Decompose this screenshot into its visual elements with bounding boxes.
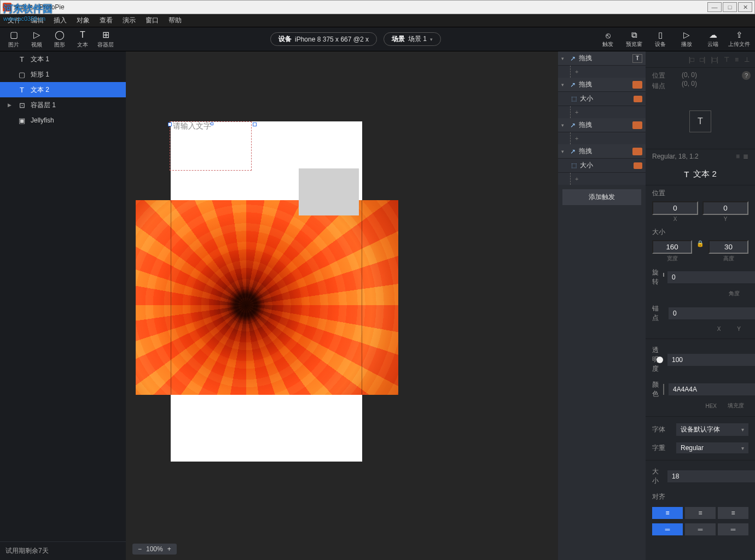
menu-insert[interactable]: 插入 xyxy=(50,15,70,26)
triggers-panel: ▾↗拖拽T + ▾↗拖拽 ⬚大小 + ▾↗拖拽 + ▾↗拖拽 ⬚大小 + 添加触… xyxy=(558,51,646,560)
layer-container1[interactable]: ▶⊡容器层 1 xyxy=(0,97,126,113)
chevron-down-icon[interactable]: ▾ xyxy=(561,82,567,88)
tool-shape[interactable]: ◯图形 xyxy=(49,28,70,50)
add-action-button[interactable]: + xyxy=(572,135,578,142)
rtool-upload[interactable]: ⇪上传文件 xyxy=(727,28,752,50)
add-action-button[interactable]: + xyxy=(572,176,578,182)
align-spread-icon[interactable]: |□| xyxy=(711,56,718,63)
valign-middle[interactable]: ═ xyxy=(685,523,716,535)
canvas[interactable]: 请输入文字 −100%+ xyxy=(126,51,558,560)
image-icon: ▢ xyxy=(9,30,19,40)
align-center-icon[interactable]: □| xyxy=(700,56,705,63)
add-action-button[interactable]: + xyxy=(572,109,578,115)
help-icon[interactable]: ? xyxy=(742,71,751,80)
align-left-icon[interactable]: |□ xyxy=(689,56,694,63)
layer-text1[interactable]: T文本 1 xyxy=(0,51,126,67)
menu-object[interactable]: 对象 xyxy=(73,15,93,26)
font-select[interactable]: 设备默认字体▾ xyxy=(676,423,748,436)
text-icon: T xyxy=(18,86,26,94)
tool-image[interactable]: ▢图片 xyxy=(3,28,24,50)
trigger-sub-4: + xyxy=(558,173,646,185)
align-bottom-icon[interactable]: ⊥ xyxy=(744,56,750,63)
position-x-input[interactable] xyxy=(652,201,698,215)
zoom-in-icon[interactable]: + xyxy=(167,545,171,553)
opacity-input[interactable] xyxy=(667,354,755,366)
drag-icon: ↗ xyxy=(570,121,576,129)
app-icon xyxy=(3,3,11,11)
text-align-right[interactable]: ≡ xyxy=(718,507,748,519)
tool-text[interactable]: T文本 xyxy=(72,28,93,50)
upload-icon: ⇪ xyxy=(736,30,743,40)
add-trigger-button[interactable]: 添加触发 xyxy=(562,189,641,205)
text-align-left[interactable]: ≡ xyxy=(652,507,683,519)
text-align-center[interactable]: ≡ xyxy=(685,507,716,519)
menu-window[interactable]: 窗口 xyxy=(142,15,162,26)
rtool-device[interactable]: ▯设备 xyxy=(648,28,673,50)
text-placeholder[interactable]: 请输入文字 xyxy=(173,121,211,131)
rtool-preview[interactable]: ⧉预览窗 xyxy=(622,28,647,50)
window-minimize-button[interactable]: — xyxy=(707,2,722,12)
tool-container[interactable]: ⊞容器层 xyxy=(95,28,116,50)
chevron-down-icon[interactable]: ▾ xyxy=(561,122,567,128)
rtool-play[interactable]: ▷播放 xyxy=(674,28,699,50)
menu-icon[interactable]: ≣ xyxy=(743,153,748,160)
color-swatch[interactable] xyxy=(663,384,664,395)
expand-arrow-icon[interactable]: ▶ xyxy=(8,102,11,108)
align-middle-icon[interactable]: ≡ xyxy=(735,56,739,63)
menu-demo[interactable]: 演示 xyxy=(119,15,139,26)
rotation-input[interactable] xyxy=(667,271,755,283)
menu-file[interactable]: 文件 xyxy=(4,15,24,26)
menu-view[interactable]: 查看 xyxy=(96,15,116,26)
canvas-image-flower[interactable] xyxy=(136,200,398,395)
valign-bottom[interactable]: ═ xyxy=(718,523,748,535)
prop-rotate: 旋转 xyxy=(646,265,755,290)
trigger-group-3[interactable]: ▾↗拖拽 xyxy=(558,118,646,132)
trigger-group-4[interactable]: ▾↗拖拽 xyxy=(558,144,646,159)
scene-selector[interactable]: 场景场景 1▾ xyxy=(384,32,441,46)
rtool-cloud[interactable]: ☁云端 xyxy=(700,28,725,50)
gesture-badge xyxy=(632,81,642,89)
trigger-group-2[interactable]: ▾↗拖拽 xyxy=(558,78,646,92)
chevron-down-icon[interactable]: ▾ xyxy=(561,149,567,154)
window-close-button[interactable]: ✕ xyxy=(738,2,752,12)
trial-notice: 试用期剩余7天 xyxy=(0,541,126,560)
trigger-action-size-2[interactable]: ⬚大小 xyxy=(558,159,646,173)
layer-rect1[interactable]: ▢矩形 1 xyxy=(0,67,126,82)
device-selector[interactable]: 设备iPhone 8 375 x 667 @2 x xyxy=(270,32,377,46)
align-top-icon[interactable]: ⊤ xyxy=(724,56,729,63)
tool-video[interactable]: ▷视频 xyxy=(26,28,47,50)
rtool-trigger[interactable]: ⎋触发 xyxy=(595,28,620,50)
add-action-button[interactable]: + xyxy=(572,68,578,75)
prop-font: 字体设备默认字体▾ xyxy=(646,420,755,439)
window-maximize-button[interactable]: □ xyxy=(723,2,737,12)
lock-icon[interactable]: 🔒 xyxy=(696,240,704,262)
width-input[interactable] xyxy=(652,240,692,254)
anchor-x-input[interactable] xyxy=(669,307,755,319)
trigger-group-1[interactable]: ▾↗拖拽T xyxy=(558,51,646,66)
hex-input[interactable] xyxy=(669,383,755,395)
container-icon: ⊡ xyxy=(18,101,26,109)
resize-icon: ⬚ xyxy=(571,95,577,102)
menu-help[interactable]: 帮助 xyxy=(165,15,185,26)
menu-edit[interactable]: 编辑 xyxy=(27,15,47,26)
prop-fontsize: 大小 xyxy=(646,464,755,489)
chevron-down-icon: ▾ xyxy=(741,427,744,433)
anchor-grid[interactable] xyxy=(663,307,664,319)
layer-jellyfish[interactable]: ▣Jellyfish xyxy=(0,113,126,128)
weight-select[interactable]: Regular▾ xyxy=(676,442,748,453)
position-y-input[interactable] xyxy=(702,201,748,215)
zoom-control[interactable]: −100%+ xyxy=(132,544,177,555)
fontsize-input[interactable] xyxy=(667,470,755,482)
chevron-down-icon[interactable]: ▾ xyxy=(561,56,567,61)
inspector-panel: |□ □| |□| ⊤ ≡ ⊥ 位置锚点 (0, 0)(0, 0) ? T Re… xyxy=(646,51,755,560)
trigger-action-size-1[interactable]: ⬚大小 xyxy=(558,92,646,106)
list-icon[interactable]: ≡ xyxy=(736,153,740,160)
text-icon: T xyxy=(18,55,26,63)
height-input[interactable] xyxy=(708,240,748,254)
canvas-rect[interactable] xyxy=(299,168,359,215)
text-badge: T xyxy=(632,54,642,63)
zoom-out-icon[interactable]: − xyxy=(138,545,142,553)
valign-top[interactable]: ═ xyxy=(652,523,683,535)
window-title: 未命名 - ProtoPie xyxy=(11,3,707,12)
layer-text2[interactable]: T文本 2 xyxy=(0,82,126,97)
